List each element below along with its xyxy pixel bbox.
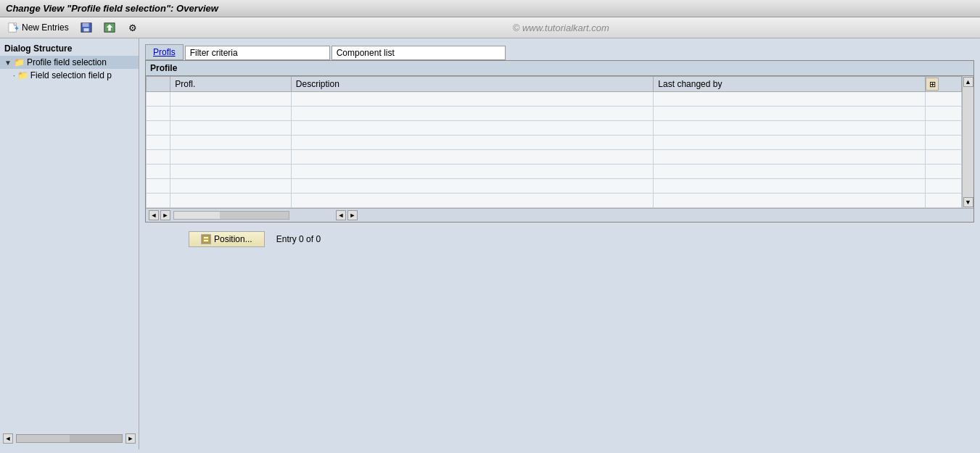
sidebar-arrow-2: ·	[13, 72, 15, 80]
cell-extra-4	[926, 136, 962, 150]
cell-profl-5	[170, 150, 292, 165]
svg-rect-10	[204, 237, 208, 238]
cell-description-4	[291, 136, 654, 150]
save-button[interactable]	[77, 20, 96, 36]
hscroll-track-left[interactable]	[173, 211, 289, 220]
cell-profl-1	[170, 92, 292, 107]
main-layout: Dialog Structure ▼ 📁 Profile field selec…	[0, 38, 980, 449]
table-row	[147, 121, 962, 136]
position-button[interactable]: Position...	[189, 231, 265, 247]
cell-extra-6	[926, 165, 962, 179]
cell-profl-2	[170, 107, 292, 121]
col-description-header: Description	[291, 77, 654, 92]
vscroll-down-button[interactable]: ▼	[963, 197, 973, 207]
table-row	[147, 136, 962, 150]
table-header: Profl. Description Last changed by ⊞	[147, 77, 962, 92]
cell-extra-5	[926, 150, 962, 165]
content-area: Profls Profile Profl.	[139, 38, 980, 449]
sidebar-scroll-right[interactable]: ►	[125, 433, 136, 444]
save-icon	[81, 22, 92, 33]
cell-profl-3	[170, 121, 292, 136]
row-selector-4[interactable]	[147, 136, 170, 150]
sidebar-item-label-2: Field selection field p	[30, 70, 112, 80]
hscroll-right2-button[interactable]: ◄	[336, 210, 346, 220]
hscroll-left-button[interactable]: ◄	[149, 210, 159, 220]
vscroll-up-button[interactable]: ▲	[963, 77, 973, 87]
vscroll-track[interactable]	[963, 88, 973, 196]
cell-lastchanged-1	[654, 92, 926, 107]
row-selector-5[interactable]	[147, 150, 170, 165]
upload-icon	[104, 22, 115, 33]
col-settings-header: ⊞	[926, 77, 962, 92]
table-settings-icon[interactable]: ⊞	[926, 78, 939, 91]
toolbar: New Entries ⚙ © www.tutorialkart.com	[0, 17, 980, 38]
row-selector-6[interactable]	[147, 165, 170, 179]
table-scroll-area: Profl. Description Last changed by ⊞	[146, 76, 973, 208]
cell-description-3	[291, 121, 654, 136]
cell-extra-8	[926, 194, 962, 208]
row-selector-2[interactable]	[147, 107, 170, 121]
new-entries-button[interactable]: New Entries	[4, 20, 73, 36]
component-list-input[interactable]	[332, 46, 506, 60]
sidebar-bottom: ◄ ►	[0, 431, 139, 446]
table-horizontal-scroll: ◄ ► ◄ ►	[146, 208, 973, 222]
sidebar-item-label-1: Profile field selection	[27, 57, 107, 67]
row-selector-7[interactable]	[147, 179, 170, 194]
sidebar-arrow-1: ▼	[4, 59, 12, 67]
table-row	[147, 194, 962, 208]
sidebar-item-profile-field-selection[interactable]: ▼ 📁 Profile field selection	[0, 56, 139, 69]
row-selector-1[interactable]	[147, 92, 170, 107]
svg-rect-11	[204, 240, 208, 241]
folder-icon-2: 📁	[17, 70, 28, 80]
hscroll-right-button[interactable]: ►	[160, 210, 170, 220]
settings-button[interactable]: ⚙	[123, 20, 142, 36]
cell-profl-4	[170, 136, 292, 150]
col-last-changed-header: Last changed by	[654, 77, 926, 92]
cell-lastchanged-5	[654, 150, 926, 165]
svg-rect-6	[83, 28, 88, 31]
svg-rect-9	[202, 236, 210, 243]
cell-extra-2	[926, 107, 962, 121]
upload-button[interactable]	[100, 20, 119, 36]
new-entries-label: New Entries	[22, 22, 69, 33]
folder-icon-1: 📁	[14, 57, 25, 67]
position-area: Position... Entry 0 of 0	[145, 231, 974, 247]
table-main: Profl. Description Last changed by ⊞	[146, 76, 962, 208]
svg-rect-5	[82, 23, 88, 27]
row-selector-8[interactable]	[147, 194, 170, 208]
sidebar-item-field-selection[interactable]: · 📁 Field selection field p	[0, 69, 139, 82]
profile-container: Profile Profl. Description	[145, 60, 974, 223]
profile-table: Profl. Description Last changed by ⊞	[146, 76, 962, 208]
cell-extra-3	[926, 121, 962, 136]
table-vertical-scrollbar: ▲ ▼	[962, 76, 973, 208]
tabs-container: Profls	[145, 44, 974, 60]
cell-profl-8	[170, 194, 292, 208]
table-row	[147, 150, 962, 165]
col-profl-header: Profl.	[170, 77, 292, 92]
sidebar-title: Dialog Structure	[0, 41, 139, 56]
table-row	[147, 179, 962, 194]
cell-lastchanged-7	[654, 179, 926, 194]
filter-criteria-input[interactable]	[185, 46, 330, 60]
table-row	[147, 92, 962, 107]
cell-description-2	[291, 107, 654, 121]
cell-profl-6	[170, 165, 292, 179]
hscroll-right3-button[interactable]: ►	[347, 210, 358, 220]
table-row	[147, 107, 962, 121]
col-selector-header	[147, 77, 170, 92]
tab-profls[interactable]: Profls	[145, 44, 184, 60]
cell-lastchanged-6	[654, 165, 926, 179]
profile-section-label: Profile	[146, 61, 973, 76]
cell-lastchanged-2	[654, 107, 926, 121]
cell-description-6	[291, 165, 654, 179]
row-selector-3[interactable]	[147, 121, 170, 136]
sidebar-scrollbar[interactable]	[16, 434, 123, 443]
cell-lastchanged-8	[654, 194, 926, 208]
sidebar: Dialog Structure ▼ 📁 Profile field selec…	[0, 38, 139, 449]
table-header-row: Profl. Description Last changed by ⊞	[147, 77, 962, 92]
sidebar-scroll-left[interactable]: ◄	[3, 433, 13, 444]
cell-description-8	[291, 194, 654, 208]
table-body	[147, 92, 962, 208]
position-icon	[201, 234, 211, 244]
entry-info: Entry 0 of 0	[276, 234, 321, 244]
